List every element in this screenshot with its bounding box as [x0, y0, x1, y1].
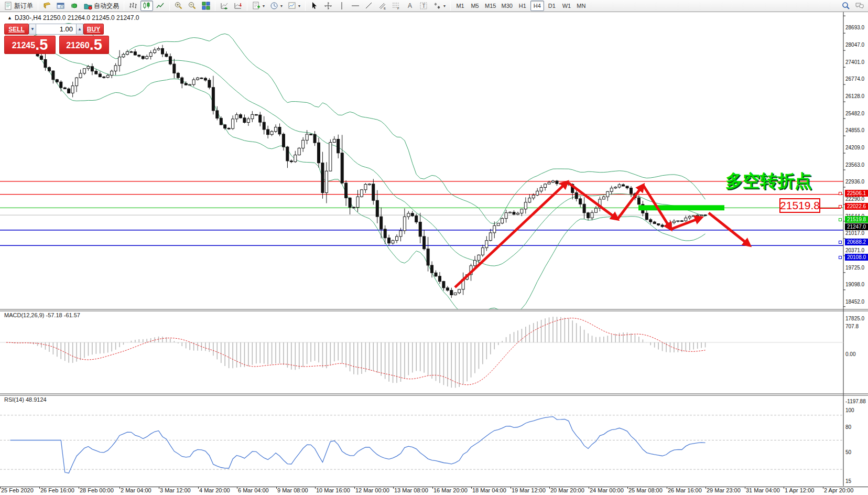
time-axis-label: 26 Feb 16:00 — [40, 487, 74, 493]
macd-axis-tick: 707.8 — [845, 324, 868, 329]
time-axis-label: 1 Apr 12:00 — [785, 487, 814, 493]
zoom-in-button[interactable] — [172, 1, 185, 11]
chart-canvas — [0, 12, 868, 495]
time-axis-label: 25 Feb 2020 — [1, 487, 34, 493]
bar-chart-button[interactable] — [127, 1, 139, 11]
label-button[interactable]: T — [417, 1, 430, 11]
price-axis-tick: 24855.0 — [845, 127, 868, 133]
timeframe-button-d1[interactable]: D1 — [545, 1, 559, 11]
channel-button[interactable]: E — [376, 1, 389, 11]
tile-windows-button[interactable] — [200, 1, 212, 11]
timeframe-button-h4[interactable]: H4 — [530, 1, 544, 11]
chevron-down-icon: ▾ — [298, 4, 300, 8]
newchart-icon — [252, 2, 261, 10]
window-icon — [57, 2, 65, 10]
auto-scroll-button[interactable] — [218, 1, 231, 11]
text-button[interactable]: A — [404, 1, 416, 11]
autotrading-button[interactable]: 自动交易 — [82, 1, 121, 11]
profiles-button[interactable] — [41, 1, 53, 11]
chart-window: ▲ DJ30-,H4 21250.0 21264.0 21245.0 21247… — [0, 12, 868, 495]
fibonacci-button[interactable]: F — [390, 1, 403, 11]
price-level-label: 22506.1 — [845, 190, 868, 197]
toolbar-separator — [305, 1, 306, 10]
line-drag-handle[interactable] — [839, 218, 842, 221]
search-button[interactable] — [840, 1, 852, 11]
crosshair-button[interactable] — [322, 1, 334, 11]
timeframe-button-m30[interactable]: M30 — [499, 1, 514, 11]
time-axis-tick — [823, 487, 823, 489]
linechart-icon — [156, 2, 165, 10]
line-drag-handle[interactable] — [839, 205, 842, 208]
scroll-icon — [43, 2, 51, 10]
timeframe-button-m5[interactable]: M5 — [468, 1, 482, 11]
line-drag-handle[interactable] — [839, 256, 842, 259]
sell-price-button[interactable]: 21245 .5 — [4, 36, 56, 54]
textT-icon: T — [419, 2, 428, 10]
price-tag-annotation: 21519.8 — [779, 198, 820, 213]
autotrading-button-label: 自动交易 — [94, 2, 119, 10]
candlestick-chart-button[interactable] — [140, 1, 153, 11]
buy-price-button[interactable]: 21260 .5 — [59, 36, 109, 54]
time-axis-tick — [198, 487, 199, 489]
sell-price-fraction: .5 — [35, 37, 48, 52]
timeframe-button-mn[interactable]: MN — [574, 1, 588, 11]
price-axis-tick: 22936.0 — [845, 179, 868, 185]
time-axis-tick — [0, 487, 1, 489]
line-drag-handle[interactable] — [839, 192, 842, 195]
timeframe-button-w1[interactable]: W1 — [560, 1, 573, 11]
time-axis-tick — [667, 487, 667, 489]
price-axis-tick: 18452.0 — [845, 299, 868, 305]
time-axis-label: 2 Mar 04:00 — [121, 487, 151, 493]
chart-shift-button[interactable] — [232, 1, 244, 11]
timeframes-menu-button[interactable]: ▾ — [268, 1, 285, 11]
new-chart-button[interactable]: ▾ — [250, 1, 267, 11]
vertical-line-button[interactable] — [335, 1, 348, 11]
time-axis-label: 9 Mar 08:00 — [277, 487, 308, 493]
chat-button[interactable] — [853, 1, 866, 11]
time-axis-tick — [745, 487, 745, 489]
volume-decrease-button[interactable]: ▼ — [29, 24, 36, 35]
timeframe-button-m1[interactable]: M1 — [453, 1, 467, 11]
timeframe-button-h1[interactable]: H1 — [516, 1, 529, 11]
templates-button[interactable]: ▾ — [286, 1, 302, 11]
time-axis-tick — [784, 487, 784, 489]
toolbar-separator — [169, 1, 170, 10]
new-order-button[interactable]: 新订单 — [2, 1, 35, 11]
time-axis-label: 6 Mar 04:00 — [238, 487, 269, 493]
zoom-out-button[interactable] — [186, 1, 199, 11]
cursor-button[interactable] — [308, 1, 321, 11]
time-axis-tick — [159, 487, 159, 489]
time-axis-label: 20 Mar 20:00 — [550, 487, 584, 493]
chevron-down-icon: ▾ — [280, 4, 283, 8]
price-axis-tick: 23563.0 — [845, 162, 868, 168]
timeframe-button-m15[interactable]: M15 — [483, 1, 498, 11]
price-axis-tick: 24209.0 — [845, 145, 868, 150]
svg-text:E: E — [384, 7, 386, 10]
template-icon — [288, 2, 296, 10]
tiles-icon — [202, 2, 210, 10]
toolbar-separator — [247, 1, 247, 10]
time-axis-tick — [627, 487, 628, 489]
time-axis-label: 19 Mar 12:00 — [512, 487, 546, 493]
price-axis-tick: 27401.0 — [845, 59, 868, 65]
macd-indicator-label: MACD(12,26,9) -57.18 -61.57 — [4, 312, 80, 318]
trendline-button[interactable] — [363, 1, 375, 11]
signals-button[interactable] — [68, 1, 81, 11]
market-watch-button[interactable] — [55, 1, 67, 11]
bars-icon — [129, 2, 137, 10]
autoscroll-icon — [220, 2, 229, 10]
arrows-button[interactable]: ▾ — [431, 1, 448, 11]
sell-button[interactable]: SELL — [4, 24, 29, 35]
volume-input[interactable] — [36, 24, 76, 35]
horizontal-line-button[interactable] — [349, 1, 362, 11]
line-drag-handle[interactable] — [839, 241, 842, 244]
candles-icon — [143, 2, 151, 10]
macd-axis-tick: 0.00 — [845, 351, 868, 357]
volume-increase-button[interactable]: ▲ — [76, 24, 83, 35]
line-chart-button[interactable] — [154, 1, 167, 11]
price-axis-tick: 19098.0 — [845, 282, 868, 287]
time-axis-label: 12 Mar 00:00 — [355, 487, 389, 493]
price-axis-tick: 17825.0 — [845, 316, 868, 321]
buy-button[interactable]: BUY — [83, 24, 104, 35]
green-zone-bar — [638, 205, 724, 210]
